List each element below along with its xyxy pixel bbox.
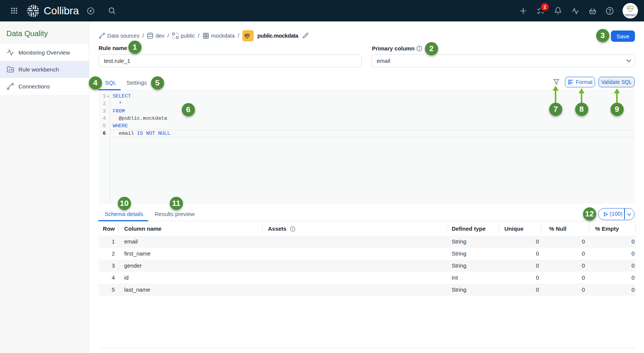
svg-text:& Observability: & Observability [626, 15, 635, 17]
